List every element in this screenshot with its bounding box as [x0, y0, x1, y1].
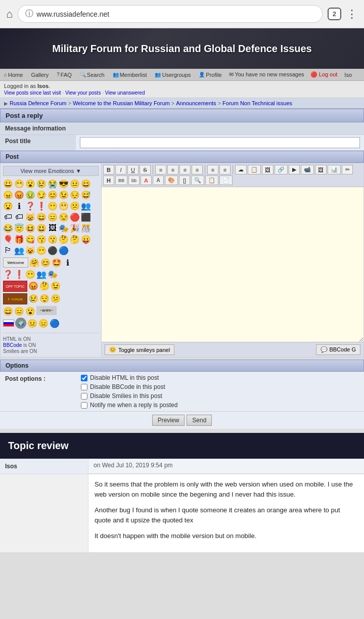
smiley-ot2[interactable]: 🤔: [39, 281, 50, 291]
smiley-2[interactable]: 😮: [25, 179, 35, 189]
bb-button[interactable]: BB: [115, 175, 127, 185]
home-button[interactable]: ⌂: [6, 8, 13, 21]
nav-logout[interactable]: 🔴 Log out: [307, 70, 341, 79]
nav-iso[interactable]: Iso: [340, 70, 356, 79]
disable-smilies-checkbox[interactable]: [81, 393, 87, 400]
paste-button[interactable]: 📋: [205, 175, 218, 185]
img2-button[interactable]: 🖼: [315, 165, 327, 174]
smiley-15[interactable]: 😅: [81, 190, 91, 200]
smiley-12[interactable]: 😊: [48, 190, 58, 200]
disable-bbcode-option[interactable]: Disable BBCode in this post: [81, 383, 177, 390]
bracket-button[interactable]: []: [179, 175, 190, 185]
smiley-19[interactable]: ❗: [36, 201, 47, 211]
nav-usergroups[interactable]: 👥 Usergroups: [151, 70, 195, 79]
smiley-f3[interactable]: 🔵: [50, 318, 60, 328]
smiley-extra-3[interactable]: 🤩: [52, 257, 62, 268]
smiley-10[interactable]: 🤢: [25, 190, 35, 200]
chart-button[interactable]: 📊: [328, 165, 341, 174]
align-justify-button[interactable]: ≡: [192, 165, 203, 174]
list-unordered-button[interactable]: ≡: [219, 165, 231, 174]
smiley-b3[interactable]: 😕: [51, 293, 61, 303]
view-since-link[interactable]: View posts since last visit: [4, 90, 61, 96]
globe-smiley[interactable]: 🌍: [15, 318, 26, 329]
smiley-ot1[interactable]: 😡: [28, 281, 38, 291]
smiley-27[interactable]: 😄: [36, 212, 47, 222]
smiley-11[interactable]: 😏: [36, 190, 47, 200]
smiley-7[interactable]: 😄: [81, 179, 91, 189]
smiley-ot3[interactable]: 😉: [51, 281, 61, 291]
smiley-e1[interactable]: ❓: [3, 269, 13, 279]
smileys-header[interactable]: View more Emoticons ▼: [3, 166, 99, 176]
smiley-23[interactable]: 👥: [81, 201, 91, 211]
smiley-33[interactable]: 😇: [14, 223, 24, 233]
list-ordered-button[interactable]: ≡: [207, 165, 218, 174]
smiley-18[interactable]: ❓: [25, 201, 35, 211]
align-left-button[interactable]: ≡: [155, 165, 166, 174]
view-unanswered-link[interactable]: View unanswered: [105, 90, 145, 96]
disable-html-option[interactable]: Disable HTML in this post: [81, 374, 177, 381]
url-button[interactable]: 🔗: [275, 165, 288, 174]
smiley-21[interactable]: 😬: [59, 201, 69, 211]
smiley-20[interactable]: 😶: [48, 201, 58, 211]
smiley-5[interactable]: 😎: [59, 179, 69, 189]
smiley-47[interactable]: 😛: [81, 234, 91, 244]
heading-button[interactable]: H: [103, 175, 114, 185]
smiley-extra-2[interactable]: 😊: [40, 257, 51, 268]
flag-smiley-1[interactable]: [3, 320, 14, 327]
smiley-36[interactable]: 🖼: [48, 223, 58, 233]
smiley-14[interactable]: 😔: [70, 190, 80, 200]
tabs-button[interactable]: 2: [328, 8, 341, 20]
smiley-52[interactable]: ⚫: [48, 245, 58, 255]
smiley-13[interactable]: 😉: [59, 190, 69, 200]
edit-button[interactable]: ✏: [342, 165, 353, 174]
smiley-46[interactable]: 🤔: [70, 234, 80, 244]
breadcrumb-item-3[interactable]: Forum Non Technical issues: [222, 100, 292, 106]
smiley-r5-3[interactable]: 😮: [25, 306, 35, 316]
post-textarea[interactable]: [102, 187, 363, 342]
smiley-41[interactable]: 🎁: [14, 234, 24, 244]
disable-smilies-option[interactable]: Disable Smilies in this post: [81, 392, 177, 400]
smiley-e5[interactable]: 🎭: [48, 269, 58, 279]
smiley-45[interactable]: 🤔: [59, 234, 69, 244]
smiley-16[interactable]: 😧: [3, 201, 13, 211]
smiley-37[interactable]: 🎭: [59, 223, 69, 233]
quote-button[interactable]: ☁: [235, 165, 247, 174]
smiley-43[interactable]: 😙: [36, 234, 47, 244]
nav-profile[interactable]: 👤 Profile: [195, 70, 225, 79]
more-button[interactable]: ⋮: [346, 8, 358, 21]
nav-gallery[interactable]: Gallery: [27, 70, 53, 79]
smiley-e3[interactable]: 😶: [25, 269, 35, 279]
smiley-42[interactable]: 😋: [25, 234, 35, 244]
smiley-49[interactable]: 👥: [14, 245, 24, 255]
welcome-smiley[interactable]: Welcome: [3, 257, 28, 268]
smiley-39[interactable]: 🎊: [81, 223, 91, 233]
send-button[interactable]: Send: [187, 415, 212, 426]
smiley-17[interactable]: ℹ: [14, 201, 24, 211]
smiley-e4[interactable]: 👥: [36, 269, 47, 279]
font-color-button[interactable]: A: [141, 175, 152, 185]
nav-search[interactable]: 🔍 Search: [76, 70, 109, 79]
smiley-f1[interactable]: 😐: [27, 318, 37, 328]
flash-button[interactable]: ▶: [289, 165, 300, 174]
smiley-53[interactable]: 🔵: [59, 245, 69, 255]
disable-bbcode-checkbox[interactable]: [81, 384, 87, 390]
nav-home[interactable]: ⌂ Home: [0, 70, 27, 79]
preview-button[interactable]: Preview: [152, 415, 185, 426]
strikethrough-button[interactable]: S: [140, 165, 151, 174]
font-size-button[interactable]: A: [153, 175, 164, 185]
bold-button[interactable]: B: [103, 165, 114, 174]
toggle-smileys-button[interactable]: 😊 Toggle smileys panel: [105, 344, 174, 355]
nav-memberlist[interactable]: 👥 Memberlist: [109, 70, 151, 79]
palette-button[interactable]: 🎨: [165, 175, 178, 185]
align-right-button[interactable]: ≡: [179, 165, 191, 174]
smiley-extra-4[interactable]: ℹ: [63, 257, 73, 268]
disable-html-checkbox[interactable]: [81, 375, 87, 381]
video-button[interactable]: 📹: [301, 165, 314, 174]
banner-smiley[interactable]: 🏳 FORUM: [3, 293, 27, 304]
smiley-26[interactable]: 😸: [25, 212, 35, 222]
image-button[interactable]: 🖼: [262, 165, 274, 174]
smiley-31[interactable]: ⬛: [81, 212, 91, 222]
breadcrumb-item-2[interactable]: Announcements: [176, 100, 216, 106]
animated-smiley[interactable]: ~anim~: [36, 306, 57, 315]
underline-button[interactable]: U: [127, 165, 139, 174]
